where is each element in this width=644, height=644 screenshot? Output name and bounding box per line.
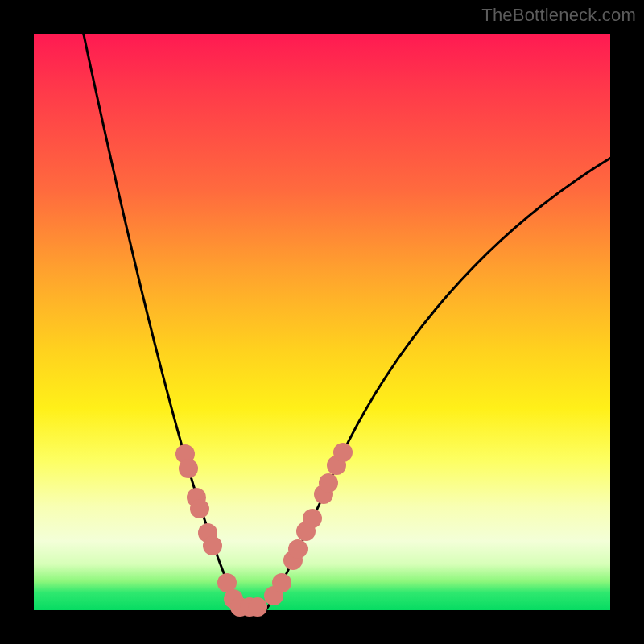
marker-group [175,443,353,617]
data-marker [179,459,198,478]
curve-layer [34,34,610,610]
data-marker [190,499,209,518]
data-marker [203,536,222,555]
left-curve [82,27,242,610]
data-marker [288,539,308,559]
data-marker [319,473,338,493]
plot-area [34,34,610,610]
chart-stage: TheBottleneck.com [0,0,644,644]
data-marker [303,509,322,528]
watermark-text: TheBottleneck.com [481,5,636,26]
data-marker [333,443,353,462]
data-marker [248,597,267,617]
data-marker [272,573,291,592]
right-curve [266,156,613,610]
